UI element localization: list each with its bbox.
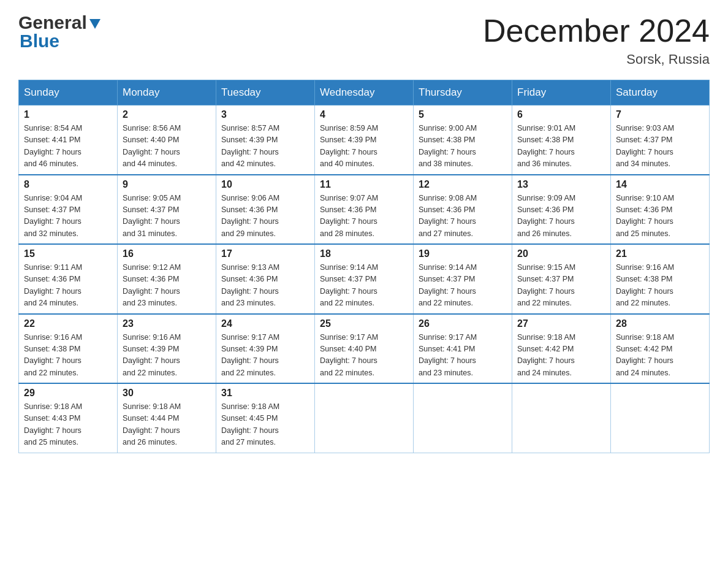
table-row: 1Sunrise: 8:54 AMSunset: 4:41 PMDaylight… xyxy=(19,105,118,175)
day-info: Sunrise: 9:13 AMSunset: 4:36 PMDaylight:… xyxy=(221,262,309,310)
day-number: 30 xyxy=(123,388,211,399)
day-number: 10 xyxy=(221,179,309,190)
calendar-week-row-1: 1Sunrise: 8:54 AMSunset: 4:41 PMDaylight… xyxy=(19,105,710,175)
day-info: Sunrise: 9:07 AMSunset: 4:36 PMDaylight:… xyxy=(320,193,408,240)
day-info: Sunrise: 9:17 AMSunset: 4:39 PMDaylight:… xyxy=(221,332,309,380)
day-number: 2 xyxy=(123,109,211,120)
logo-blue: Blue xyxy=(18,31,59,52)
day-number: 3 xyxy=(221,109,309,120)
table-row: 8Sunrise: 9:04 AMSunset: 4:37 PMDaylight… xyxy=(19,175,118,245)
page-header: General Blue December 2024 Sorsk, Russia xyxy=(18,12,710,67)
table-row: 6Sunrise: 9:01 AMSunset: 4:38 PMDaylight… xyxy=(512,105,611,175)
table-row: 15Sunrise: 9:11 AMSunset: 4:36 PMDayligh… xyxy=(19,244,118,314)
day-number: 1 xyxy=(24,109,112,120)
day-number: 16 xyxy=(123,248,211,259)
day-number: 6 xyxy=(517,109,605,120)
table-row: 23Sunrise: 9:16 AMSunset: 4:39 PMDayligh… xyxy=(118,314,216,384)
logo: General Blue xyxy=(18,12,102,52)
day-info: Sunrise: 9:16 AMSunset: 4:39 PMDaylight:… xyxy=(123,332,211,380)
day-number: 12 xyxy=(419,179,507,190)
day-number: 20 xyxy=(517,248,605,259)
header-sunday: Sunday xyxy=(19,80,118,105)
table-row: 7Sunrise: 9:03 AMSunset: 4:37 PMDaylight… xyxy=(611,105,710,175)
day-info: Sunrise: 9:18 AMSunset: 4:44 PMDaylight:… xyxy=(123,401,211,449)
day-number: 28 xyxy=(616,318,704,329)
header-saturday: Saturday xyxy=(611,80,710,105)
day-number: 21 xyxy=(616,248,704,259)
table-row xyxy=(512,383,611,453)
logo-triangle-icon xyxy=(88,17,102,30)
day-number: 25 xyxy=(320,318,408,329)
day-info: Sunrise: 9:10 AMSunset: 4:36 PMDaylight:… xyxy=(616,193,704,240)
calendar-week-row-3: 15Sunrise: 9:11 AMSunset: 4:36 PMDayligh… xyxy=(19,244,710,314)
table-row: 28Sunrise: 9:18 AMSunset: 4:42 PMDayligh… xyxy=(611,314,710,384)
day-info: Sunrise: 9:18 AMSunset: 4:42 PMDaylight:… xyxy=(517,332,605,380)
calendar-table: Sunday Monday Tuesday Wednesday Thursday… xyxy=(18,80,710,453)
day-info: Sunrise: 9:18 AMSunset: 4:43 PMDaylight:… xyxy=(24,401,112,449)
logo-text-area: General Blue xyxy=(18,12,102,52)
day-info: Sunrise: 9:18 AMSunset: 4:42 PMDaylight:… xyxy=(616,332,704,380)
day-number: 11 xyxy=(320,179,408,190)
day-info: Sunrise: 9:16 AMSunset: 4:38 PMDaylight:… xyxy=(616,262,704,310)
month-title: December 2024 xyxy=(483,12,710,49)
table-row xyxy=(414,383,512,453)
day-number: 7 xyxy=(616,109,704,120)
day-info: Sunrise: 9:15 AMSunset: 4:37 PMDaylight:… xyxy=(517,262,605,310)
day-number: 26 xyxy=(419,318,507,329)
day-info: Sunrise: 8:54 AMSunset: 4:41 PMDaylight:… xyxy=(24,123,112,170)
day-number: 4 xyxy=(320,109,408,120)
day-number: 22 xyxy=(24,318,112,329)
table-row: 31Sunrise: 9:18 AMSunset: 4:45 PMDayligh… xyxy=(216,383,315,453)
day-number: 23 xyxy=(123,318,211,329)
day-info: Sunrise: 9:14 AMSunset: 4:37 PMDaylight:… xyxy=(320,262,408,310)
calendar-week-row-5: 29Sunrise: 9:18 AMSunset: 4:43 PMDayligh… xyxy=(19,383,710,453)
table-row: 2Sunrise: 8:56 AMSunset: 4:40 PMDaylight… xyxy=(118,105,216,175)
calendar-week-row-2: 8Sunrise: 9:04 AMSunset: 4:37 PMDaylight… xyxy=(19,175,710,245)
table-row: 29Sunrise: 9:18 AMSunset: 4:43 PMDayligh… xyxy=(19,383,118,453)
table-row: 3Sunrise: 8:57 AMSunset: 4:39 PMDaylight… xyxy=(216,105,315,175)
table-row: 9Sunrise: 9:05 AMSunset: 4:37 PMDaylight… xyxy=(118,175,216,245)
table-row: 24Sunrise: 9:17 AMSunset: 4:39 PMDayligh… xyxy=(216,314,315,384)
day-info: Sunrise: 9:18 AMSunset: 4:45 PMDaylight:… xyxy=(221,401,309,449)
table-row: 30Sunrise: 9:18 AMSunset: 4:44 PMDayligh… xyxy=(118,383,216,453)
header-wednesday: Wednesday xyxy=(315,80,414,105)
table-row: 5Sunrise: 9:00 AMSunset: 4:38 PMDaylight… xyxy=(414,105,512,175)
table-row: 21Sunrise: 9:16 AMSunset: 4:38 PMDayligh… xyxy=(611,244,710,314)
table-row: 20Sunrise: 9:15 AMSunset: 4:37 PMDayligh… xyxy=(512,244,611,314)
day-info: Sunrise: 9:00 AMSunset: 4:38 PMDaylight:… xyxy=(419,123,507,170)
table-row: 10Sunrise: 9:06 AMSunset: 4:36 PMDayligh… xyxy=(216,175,315,245)
table-row: 18Sunrise: 9:14 AMSunset: 4:37 PMDayligh… xyxy=(315,244,414,314)
table-row: 14Sunrise: 9:10 AMSunset: 4:36 PMDayligh… xyxy=(611,175,710,245)
table-row: 13Sunrise: 9:09 AMSunset: 4:36 PMDayligh… xyxy=(512,175,611,245)
calendar-header-row: Sunday Monday Tuesday Wednesday Thursday… xyxy=(19,80,710,105)
table-row: 16Sunrise: 9:12 AMSunset: 4:36 PMDayligh… xyxy=(118,244,216,314)
title-area: December 2024 Sorsk, Russia xyxy=(483,12,710,67)
day-info: Sunrise: 9:08 AMSunset: 4:36 PMDaylight:… xyxy=(419,193,507,240)
day-info: Sunrise: 9:11 AMSunset: 4:36 PMDaylight:… xyxy=(24,262,112,310)
day-info: Sunrise: 9:05 AMSunset: 4:37 PMDaylight:… xyxy=(123,193,211,240)
day-number: 13 xyxy=(517,179,605,190)
day-info: Sunrise: 9:01 AMSunset: 4:38 PMDaylight:… xyxy=(517,123,605,170)
day-info: Sunrise: 8:56 AMSunset: 4:40 PMDaylight:… xyxy=(123,123,211,170)
header-tuesday: Tuesday xyxy=(216,80,315,105)
table-row: 19Sunrise: 9:14 AMSunset: 4:37 PMDayligh… xyxy=(414,244,512,314)
table-row xyxy=(611,383,710,453)
table-row: 22Sunrise: 9:16 AMSunset: 4:38 PMDayligh… xyxy=(19,314,118,384)
day-number: 24 xyxy=(221,318,309,329)
day-number: 5 xyxy=(419,109,507,120)
table-row: 25Sunrise: 9:17 AMSunset: 4:40 PMDayligh… xyxy=(315,314,414,384)
day-info: Sunrise: 8:57 AMSunset: 4:39 PMDaylight:… xyxy=(221,123,309,170)
day-number: 19 xyxy=(419,248,507,259)
table-row xyxy=(315,383,414,453)
day-info: Sunrise: 9:03 AMSunset: 4:37 PMDaylight:… xyxy=(616,123,704,170)
header-monday: Monday xyxy=(118,80,216,105)
table-row: 4Sunrise: 8:59 AMSunset: 4:39 PMDaylight… xyxy=(315,105,414,175)
day-info: Sunrise: 9:17 AMSunset: 4:40 PMDaylight:… xyxy=(320,332,408,380)
day-info: Sunrise: 9:04 AMSunset: 4:37 PMDaylight:… xyxy=(24,193,112,240)
day-info: Sunrise: 8:59 AMSunset: 4:39 PMDaylight:… xyxy=(320,123,408,170)
day-info: Sunrise: 9:12 AMSunset: 4:36 PMDaylight:… xyxy=(123,262,211,310)
day-info: Sunrise: 9:16 AMSunset: 4:38 PMDaylight:… xyxy=(24,332,112,380)
location: Sorsk, Russia xyxy=(483,52,710,67)
day-info: Sunrise: 9:09 AMSunset: 4:36 PMDaylight:… xyxy=(517,193,605,240)
day-number: 15 xyxy=(24,248,112,259)
